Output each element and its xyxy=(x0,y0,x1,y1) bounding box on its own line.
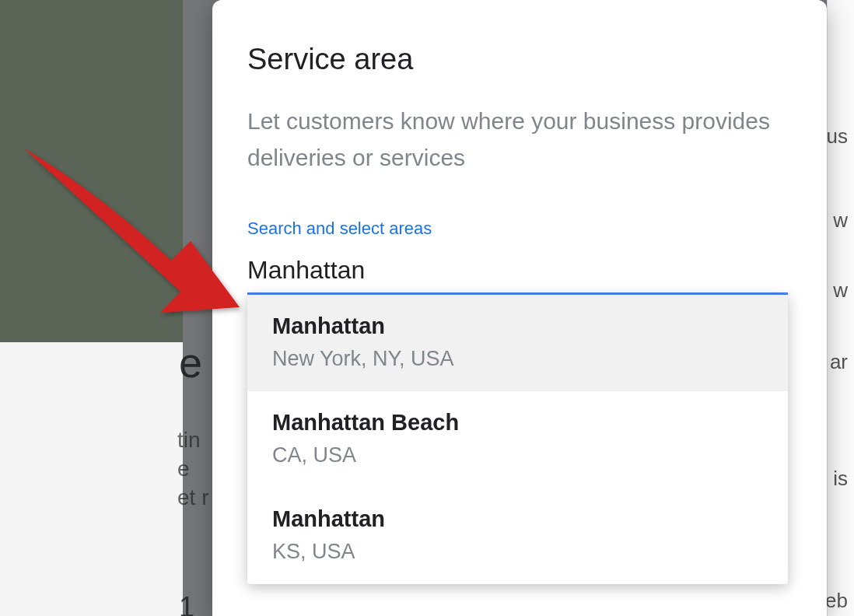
bg-fragment: w xyxy=(833,278,848,303)
suggestion-subtitle: New York, NY, USA xyxy=(272,347,763,371)
suggestion-title: Manhattan xyxy=(272,313,763,339)
service-area-dialog: Service area Let customers know where yo… xyxy=(212,0,827,616)
dialog-description: Let customers know where your business p… xyxy=(247,103,788,176)
bg-fragment: w xyxy=(833,208,848,233)
autocomplete-dropdown: Manhattan New York, NY, USA Manhattan Be… xyxy=(247,295,788,584)
suggestion-item[interactable]: Manhattan New York, NY, USA xyxy=(247,295,788,391)
suggestion-subtitle: KS, USA xyxy=(272,540,763,564)
bg-fragment: eb xyxy=(825,589,848,613)
bg-fragment: ar xyxy=(830,350,848,374)
suggestion-subtitle: CA, USA xyxy=(272,443,763,467)
bg-right-panel: us w w ar is eb xyxy=(827,0,854,616)
suggestion-item[interactable]: Manhattan Beach CA, USA xyxy=(247,391,788,488)
bg-dark-panel xyxy=(0,0,183,342)
search-label: Search and select areas xyxy=(247,219,788,239)
suggestion-title: Manhattan Beach xyxy=(272,410,763,436)
suggestion-item[interactable]: Manhattan KS, USA xyxy=(247,488,788,584)
bg-fragment: is xyxy=(833,467,848,491)
bg-fragment: us xyxy=(827,124,848,149)
suggestion-title: Manhattan xyxy=(272,506,763,532)
search-area-input[interactable] xyxy=(247,251,788,295)
dialog-title: Service area xyxy=(247,43,788,76)
